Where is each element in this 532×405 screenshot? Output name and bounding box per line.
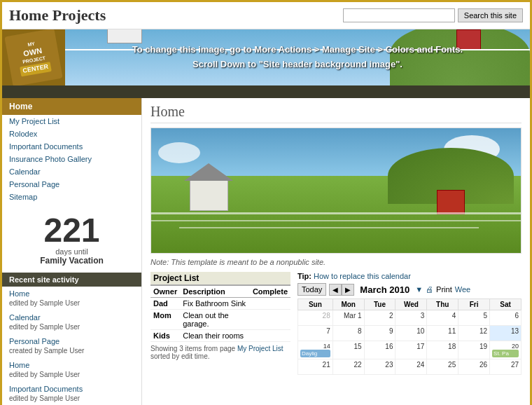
activity-item-3: Personal Page created by Sample User (2, 334, 141, 358)
activity-user-5: edited by Sample User (9, 394, 80, 402)
cal-cell-6[interactable]: 6 (490, 310, 522, 326)
sidebar-home[interactable]: Home (2, 98, 141, 115)
calendar-controls: ▼ 🖨 Print Wee (415, 285, 470, 294)
search-button[interactable]: Search this site (458, 8, 523, 22)
activity-item-1: Home edited by Sample User (2, 287, 141, 310)
sidebar: Home My Project List Rolodex Important D… (2, 98, 142, 405)
next-month-button[interactable]: ▶ (342, 284, 354, 296)
week-link[interactable]: Wee (455, 285, 470, 294)
project-section: Project List Owner Description Complete … (150, 272, 290, 375)
cal-week-3: 14Daylig 15 16 17 18 19 20St. Pa (298, 341, 522, 359)
cal-cell-4[interactable]: 4 (427, 310, 458, 326)
print-icon[interactable]: 🖨 (426, 285, 433, 294)
activity-link-2[interactable]: Calendar (9, 313, 134, 322)
lower-section: Project List Owner Description Complete … (150, 272, 522, 375)
prev-month-button[interactable]: ◀ (329, 284, 342, 296)
cal-cell-28[interactable]: 28 (298, 310, 333, 326)
cal-cell-18[interactable]: 18 (427, 341, 458, 359)
cal-cell-23[interactable]: 23 (364, 359, 396, 375)
sidebar-item-importantdocs[interactable]: Important Documents (2, 140, 141, 153)
countdown-box: 221 days until Family Vacation (2, 203, 141, 273)
activity-user-2: edited by Sample User (9, 323, 80, 331)
sidebar-item-insurance[interactable]: Insurance Photo Gallery (2, 153, 141, 165)
cal-cell-22[interactable]: 22 (332, 359, 364, 375)
banner-text: To change this image, go to More Actions… (65, 29, 530, 85)
cal-week-2: 7 8 9 10 11 12 13 (298, 326, 522, 341)
calendar-tip-link[interactable]: How to replace this calendar (314, 272, 411, 280)
project-table: Project List Owner Description Complete … (150, 272, 290, 342)
cal-week-1: 28 Mar 1 2 3 4 5 6 (298, 310, 522, 326)
activity-item-5: Important Documents edited by Sample Use… (2, 382, 141, 405)
farm-photo (150, 128, 522, 254)
col-owner-header: Owner (150, 285, 180, 298)
cal-day-wed: Wed (396, 299, 427, 310)
cal-day-mon: Mon (332, 299, 364, 310)
calendar-section: Tip: How to replace this calendar Today … (298, 272, 522, 375)
cal-cell-13[interactable]: 13 (490, 326, 522, 341)
today-button[interactable]: Today (298, 283, 326, 296)
sidebar-item-personalpage[interactable]: Personal Page (2, 178, 141, 191)
activity-item-2: Calendar edited by Sample User (2, 310, 141, 334)
content-area: Home Note: This template is meant to be … (142, 98, 530, 405)
cal-cell-10[interactable]: 10 (396, 326, 427, 341)
cal-week-4: 21 22 23 24 25 26 27 (298, 359, 522, 375)
sidebar-item-calendar[interactable]: Calendar (2, 165, 141, 178)
cal-cell-14[interactable]: 14Daylig (298, 341, 333, 359)
cal-cell-20[interactable]: 20St. Pa (490, 341, 522, 359)
banner-logo: MY OWN PROJECT CENTER (2, 29, 65, 85)
sidebar-item-rolodex[interactable]: Rolodex (2, 128, 141, 140)
cal-day-tue: Tue (364, 299, 396, 310)
navbar (2, 85, 530, 98)
calendar-dropdown-icon[interactable]: ▼ (415, 285, 423, 294)
cal-cell-19[interactable]: 19 (458, 341, 490, 359)
search-input[interactable] (343, 8, 455, 22)
countdown-days-label: days until (6, 247, 138, 256)
activity-link-3[interactable]: Personal Page (9, 337, 134, 345)
activity-link-1[interactable]: Home (9, 289, 134, 298)
cal-day-fri: Fri (458, 299, 490, 310)
row3-complete (250, 330, 290, 342)
row3-owner: Kids (150, 330, 180, 342)
col-complete-header: Complete (250, 285, 290, 298)
logo-inner: MY OWN PROJECT CENTER (4, 29, 62, 85)
cal-cell-5[interactable]: 5 (458, 310, 490, 326)
recent-activity-title: Recent site activity (2, 273, 141, 287)
cal-cell-9[interactable]: 9 (364, 326, 396, 341)
activity-user-1: edited by Sample User (9, 299, 80, 307)
cal-cell-25[interactable]: 25 (427, 359, 458, 375)
cal-cell-mar1[interactable]: Mar 1 (332, 310, 364, 326)
activity-user-4: edited by Sample User (9, 371, 80, 378)
activity-link-4[interactable]: Home (9, 361, 134, 369)
cal-cell-7[interactable]: 7 (298, 326, 333, 341)
activity-item-4: Home edited by Sample User (2, 358, 141, 382)
row1-desc: Fix Bathroom Sink (180, 298, 250, 310)
banner-background: To change this image, go to More Actions… (65, 29, 530, 85)
banner: MY OWN PROJECT CENTER To change this ima… (2, 29, 530, 85)
cal-cell-15[interactable]: 15 (332, 341, 364, 359)
cal-cell-11[interactable]: 11 (427, 326, 458, 341)
calendar-header: Today ◀ ▶ March 2010 ▼ 🖨 Print Wee (298, 283, 522, 296)
countdown-number: 221 (6, 214, 138, 247)
cal-cell-2[interactable]: 2 (364, 310, 396, 326)
cal-cell-24[interactable]: 24 (396, 359, 427, 375)
cal-cell-12[interactable]: 12 (458, 326, 490, 341)
sidebar-item-sitemap[interactable]: Sitemap (2, 191, 141, 203)
activity-link-5[interactable]: Important Documents (9, 385, 134, 393)
cal-day-thu: Thu (427, 299, 458, 310)
cal-cell-26[interactable]: 26 (458, 359, 490, 375)
row2-owner: Mom (150, 310, 180, 330)
note-text: Note: This template is meant to be a non… (150, 258, 522, 266)
cal-cell-3[interactable]: 3 (396, 310, 427, 326)
col-description-header: Description (180, 285, 250, 298)
calendar-month: March 2010 (360, 284, 410, 295)
calendar-grid: Sun Mon Tue Wed Thu Fri Sat 28 (298, 298, 522, 375)
cal-cell-27[interactable]: 27 (490, 359, 522, 375)
project-list-link[interactable]: My Project List (237, 345, 284, 352)
sidebar-item-myprojectlist[interactable]: My Project List (2, 115, 141, 128)
cal-cell-8[interactable]: 8 (332, 326, 364, 341)
cal-cell-17[interactable]: 17 (396, 341, 427, 359)
cal-cell-21[interactable]: 21 (298, 359, 333, 375)
cal-cell-16[interactable]: 16 (364, 341, 396, 359)
print-label: Print (436, 285, 452, 294)
main-content: Home My Project List Rolodex Important D… (2, 98, 530, 405)
